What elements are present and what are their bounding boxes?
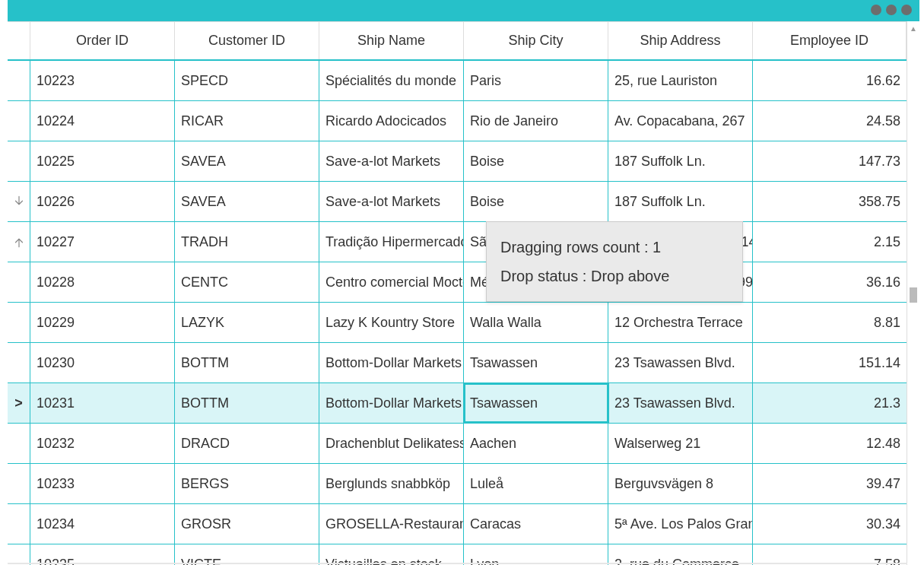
- cell-customer-id[interactable]: SAVEA: [175, 182, 319, 221]
- table-row[interactable]: 10226SAVEASave-a-lot MarketsBoise187 Suf…: [8, 182, 907, 222]
- table-row[interactable]: 10228CENTCCentro comercial MoctezumaMéxi…: [8, 262, 907, 303]
- cell-employee-id[interactable]: 39.47: [753, 464, 907, 503]
- table-row[interactable]: 10225SAVEASave-a-lot MarketsBoise187 Suf…: [8, 141, 907, 182]
- table-row[interactable]: 10227TRADHTradição HipermercadosSão Paul…: [8, 222, 907, 262]
- cell-ship-address[interactable]: 25, rue Lauriston: [608, 61, 753, 100]
- cell-customer-id[interactable]: BOTTM: [175, 383, 319, 423]
- cell-order-id[interactable]: 10235: [30, 544, 175, 565]
- cell-customer-id[interactable]: VICTE: [175, 544, 319, 565]
- cell-ship-address[interactable]: 23 Tsawassen Blvd.: [608, 343, 753, 382]
- cell-ship-name[interactable]: Drachenblut Delikatessen: [319, 424, 464, 463]
- cell-ship-address[interactable]: 187 Suffolk Ln.: [608, 141, 753, 181]
- cell-ship-name[interactable]: Save-a-lot Markets: [319, 141, 464, 181]
- column-header-order-id[interactable]: Order ID: [30, 21, 175, 59]
- table-row[interactable]: 10229LAZYKLazy K Kountry StoreWalla Wall…: [8, 303, 907, 343]
- cell-order-id[interactable]: 10223: [30, 61, 175, 100]
- column-header-ship-city[interactable]: Ship City: [464, 21, 608, 59]
- cell-ship-city[interactable]: Rio de Janeiro: [464, 101, 608, 141]
- table-row[interactable]: 10224RICARRicardo AdocicadosRio de Janei…: [8, 101, 907, 141]
- table-row[interactable]: 10233BERGSBerglunds snabbköpLuleåBerguvs…: [8, 464, 907, 504]
- cell-ship-address[interactable]: Walserweg 21: [608, 424, 753, 463]
- window-control-dot[interactable]: [901, 5, 912, 15]
- cell-order-id[interactable]: 10234: [30, 504, 175, 544]
- cell-customer-id[interactable]: BERGS: [175, 464, 319, 503]
- table-row[interactable]: 10234GROSRGROSELLA-RestauranteCaracas5ª …: [8, 504, 907, 544]
- cell-order-id[interactable]: 10227: [30, 222, 175, 262]
- cell-customer-id[interactable]: GROSR: [175, 504, 319, 544]
- cell-ship-name[interactable]: Bottom-Dollar Markets: [319, 383, 464, 423]
- cell-ship-name[interactable]: Save-a-lot Markets: [319, 182, 464, 221]
- cell-order-id[interactable]: 10228: [30, 262, 175, 302]
- cell-ship-address[interactable]: 12 Orchestra Terrace: [608, 303, 753, 342]
- scroll-up-arrow-icon[interactable]: ▲: [909, 24, 918, 33]
- column-header-ship-name[interactable]: Ship Name: [319, 21, 464, 59]
- table-row[interactable]: >10231BOTTMBottom-Dollar MarketsTsawasse…: [8, 383, 907, 424]
- cell-employee-id[interactable]: 8.81: [753, 303, 907, 342]
- cell-employee-id[interactable]: 16.62: [753, 61, 907, 100]
- cell-employee-id[interactable]: 7.58: [753, 544, 907, 565]
- window-control-dot[interactable]: [886, 5, 897, 15]
- cell-ship-city[interactable]: Tsawassen: [464, 383, 608, 423]
- cell-employee-id[interactable]: 358.75: [753, 182, 907, 221]
- cell-ship-address[interactable]: Berguvsvägen 8: [608, 464, 753, 503]
- column-header-ship-address[interactable]: Ship Address: [608, 21, 753, 59]
- cell-ship-name[interactable]: Berglunds snabbköp: [319, 464, 464, 503]
- cell-employee-id[interactable]: 147.73: [753, 141, 907, 181]
- cell-order-id[interactable]: 10233: [30, 464, 175, 503]
- cell-order-id[interactable]: 10225: [30, 141, 175, 181]
- cell-customer-id[interactable]: CENTC: [175, 262, 319, 302]
- cell-ship-address[interactable]: 2, rue du Commerce: [608, 544, 753, 565]
- window-titlebar[interactable]: [8, 0, 919, 21]
- cell-ship-city[interactable]: Aachen: [464, 424, 608, 463]
- cell-employee-id[interactable]: 21.3: [753, 383, 907, 423]
- cell-ship-name[interactable]: GROSELLA-Restaurante: [319, 504, 464, 544]
- cell-order-id[interactable]: 10224: [30, 101, 175, 141]
- vertical-scrollbar[interactable]: ▲: [907, 21, 919, 562]
- cell-customer-id[interactable]: SPECD: [175, 61, 319, 100]
- cell-order-id[interactable]: 10231: [30, 383, 175, 423]
- cell-ship-city[interactable]: Boise: [464, 182, 608, 221]
- cell-ship-name[interactable]: Lazy K Kountry Store: [319, 303, 464, 342]
- cell-ship-address[interactable]: 5ª Ave. Los Palos Grandes: [608, 504, 753, 544]
- cell-ship-city[interactable]: Luleå: [464, 464, 608, 503]
- column-header-customer-id[interactable]: Customer ID: [175, 21, 319, 59]
- cell-ship-name[interactable]: Tradição Hipermercados: [319, 222, 464, 262]
- table-row[interactable]: 10230BOTTMBottom-Dollar MarketsTsawassen…: [8, 343, 907, 383]
- cell-customer-id[interactable]: TRADH: [175, 222, 319, 262]
- table-row[interactable]: 10223SPECDSpécialités du mondeParis25, r…: [8, 61, 907, 101]
- cell-ship-name[interactable]: Spécialités du monde: [319, 61, 464, 100]
- cell-ship-name[interactable]: Ricardo Adocicados: [319, 101, 464, 141]
- cell-ship-address[interactable]: Av. Copacabana, 267: [608, 101, 753, 141]
- cell-order-id[interactable]: 10226: [30, 182, 175, 221]
- cell-ship-city[interactable]: Lyon: [464, 544, 608, 565]
- window-control-dot[interactable]: [871, 5, 881, 15]
- cell-ship-city[interactable]: Paris: [464, 61, 608, 100]
- cell-customer-id[interactable]: LAZYK: [175, 303, 319, 342]
- cell-employee-id[interactable]: 151.14: [753, 343, 907, 382]
- table-row[interactable]: 10235VICTEVictuailles en stockLyon2, rue…: [8, 544, 907, 565]
- cell-employee-id[interactable]: 24.58: [753, 101, 907, 141]
- cell-ship-city[interactable]: Walla Walla: [464, 303, 608, 342]
- cell-employee-id[interactable]: 12.48: [753, 424, 907, 463]
- cell-ship-name[interactable]: Bottom-Dollar Markets: [319, 343, 464, 382]
- cell-ship-city[interactable]: Tsawassen: [464, 343, 608, 382]
- cell-ship-city[interactable]: Caracas: [464, 504, 608, 544]
- scrollbar-thumb[interactable]: [910, 287, 917, 303]
- cell-ship-name[interactable]: Centro comercial Moctezuma: [319, 262, 464, 302]
- table-row[interactable]: 10232DRACDDrachenblut DelikatessenAachen…: [8, 424, 907, 464]
- cell-order-id[interactable]: 10232: [30, 424, 175, 463]
- cell-customer-id[interactable]: RICAR: [175, 101, 319, 141]
- cell-ship-address[interactable]: 187 Suffolk Ln.: [608, 182, 753, 221]
- column-header-employee-id[interactable]: Employee ID: [753, 21, 907, 59]
- cell-customer-id[interactable]: SAVEA: [175, 141, 319, 181]
- cell-order-id[interactable]: 10230: [30, 343, 175, 382]
- cell-customer-id[interactable]: DRACD: [175, 424, 319, 463]
- cell-employee-id[interactable]: 36.16: [753, 262, 907, 302]
- cell-employee-id[interactable]: 2.15: [753, 222, 907, 262]
- cell-ship-address[interactable]: 23 Tsawassen Blvd.: [608, 383, 753, 423]
- cell-employee-id[interactable]: 30.34: [753, 504, 907, 544]
- cell-customer-id[interactable]: BOTTM: [175, 343, 319, 382]
- cell-ship-city[interactable]: Boise: [464, 141, 608, 181]
- cell-order-id[interactable]: 10229: [30, 303, 175, 342]
- cell-ship-name[interactable]: Victuailles en stock: [319, 544, 464, 565]
